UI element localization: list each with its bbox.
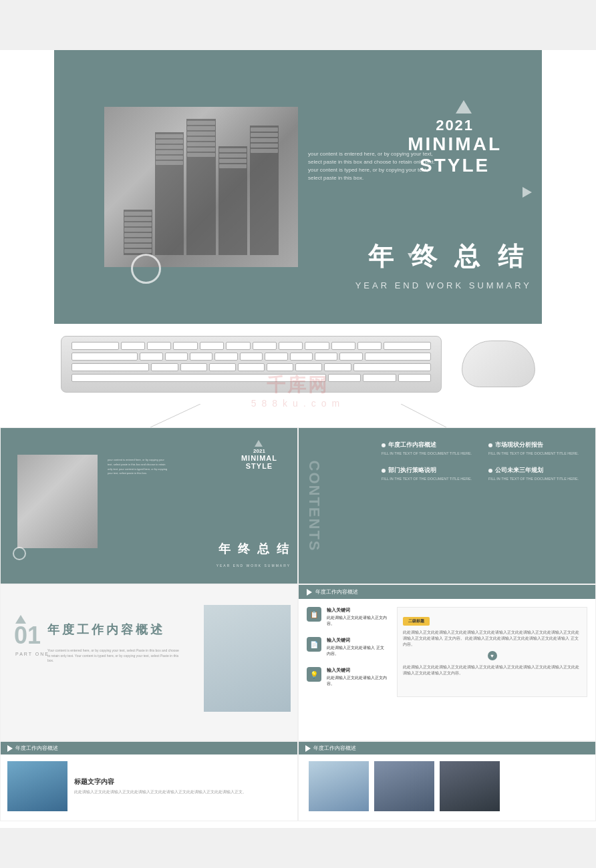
thumbnail-slide5: 年度工作内容概述 标题文字内容 此处调输入正文此处调输入正文此处调输入正文此处请…: [0, 741, 298, 821]
key: [305, 342, 329, 350]
contents-item-4: 公司未来三年规划 FILL IN THE TEXT OF THE DOCUMEN…: [488, 467, 589, 482]
key: [353, 363, 431, 371]
item-icon-1: 📋: [307, 607, 321, 622]
key: [339, 353, 362, 361]
item-text-1: 此处调输入正文此处请输入正文内容。: [327, 615, 387, 627]
bullet-2: [488, 443, 492, 447]
detail-right-text: 此处调输入正文此处调输入正文此处调输入正文此处请输入正文此处调输入正文此处调输入…: [403, 630, 581, 647]
bullet-3: [382, 469, 386, 473]
section-building: [204, 605, 291, 712]
key: [226, 342, 250, 350]
item-title-2: 输入关键词: [327, 637, 387, 644]
key: [363, 374, 396, 382]
contents-sub-4: FILL IN THE TEXT OF THE DOCUMENT TITLE H…: [488, 477, 589, 482]
item-title-3: 输入关键词: [327, 667, 387, 674]
contents-sub-2: FILL IN THE TEXT OF THE DOCUMENT TITLE H…: [488, 451, 589, 457]
section-part: PART ONE: [15, 652, 49, 656]
item-icon-2: 📄: [307, 637, 321, 652]
key: [398, 374, 431, 382]
thumb-circle: [13, 547, 26, 560]
slide5-title: 标题文字内容: [74, 777, 291, 787]
thumbnail-contents: CONTENTS 年度工作内容概述 FILL IN THE TEXT OF TH…: [298, 427, 596, 584]
key: [357, 342, 382, 350]
detail-badge: 二级标题: [403, 617, 430, 626]
thumb-description: your content is entered here, or by copy…: [108, 458, 168, 476]
detail-header: 年度工作内容概述: [299, 585, 595, 599]
key: [200, 342, 224, 350]
slide6-header-triangle: [305, 745, 311, 752]
section-title: 年度工作内容概述: [47, 622, 165, 638]
thumbnails-grid: your content is entered here, or by copy…: [0, 427, 596, 821]
key: [240, 353, 263, 361]
keyboard-section: [0, 324, 596, 404]
key: [315, 353, 337, 361]
connector-area: [0, 404, 596, 427]
detail-item-2: 📄 输入关键词 此处调输入正文此处请输入 正文内容。: [307, 637, 387, 657]
detail-right: 二级标题 此处调输入正文此处调输入正文此处调输入正文此处请输入正文此处调输入正文…: [397, 607, 587, 697]
slide6-image-1: [309, 761, 369, 811]
hero-building-image: [104, 107, 298, 267]
slide5-header-text: 年度工作内容概述: [15, 744, 58, 752]
detail-right-text2: 此处调输入正文此处调输入正文此处调输入正文此处请输入正文此处调输入正文此处调输入…: [403, 664, 581, 676]
key: [140, 353, 162, 361]
contents-title-3: 部门执行策略说明: [388, 467, 436, 475]
header-triangle: [307, 589, 312, 596]
contents-items: 年度工作内容概述 FILL IN THE TEXT OF THE DOCUMEN…: [382, 441, 589, 481]
spacebar: [71, 374, 326, 382]
slide5-text-area: 标题文字内容 此处调输入正文此处调输入正文此处调输入正文此处请输入正文此处调输入…: [74, 777, 291, 795]
slide5-content: 标题文字内容 此处调输入正文此处调输入正文此处调输入正文此处请输入正文此处调输入…: [1, 754, 297, 818]
key: [331, 342, 355, 350]
key: [295, 363, 322, 371]
contents-title-1: 年度工作内容概述: [388, 441, 436, 449]
connector-svg: [0, 404, 596, 427]
detail-content: 📋 输入关键词 此处调输入正文此处请输入正文内容。 📄 输入关键词 此处调输入正…: [299, 599, 595, 705]
decoration-circle: [131, 254, 161, 284]
slide5-header-triangle: [7, 745, 13, 752]
key: [279, 342, 303, 350]
contents-item-2: 市场现状分析报告 FILL IN THE TEXT OF THE DOCUMEN…: [488, 441, 589, 457]
key: [265, 353, 287, 361]
contents-title-2: 市场现状分析报告: [495, 441, 543, 449]
contents-item-1: 年度工作内容概述 FILL IN THE TEXT OF THE DOCUMEN…: [382, 441, 482, 457]
svg-line-0: [150, 404, 200, 427]
item-icon-3: 💡: [307, 667, 321, 682]
slide5-image: [7, 761, 67, 811]
key: [209, 363, 236, 371]
slide6-content: [299, 754, 595, 818]
detail-item-1: 📋 输入关键词 此处调输入正文此处请输入正文内容。: [307, 607, 387, 627]
thumb-dot-arrow: ▼: [243, 547, 247, 552]
keyboard-image: [61, 336, 442, 393]
key: [267, 363, 293, 371]
thumb-year-brand: 2021 MINIMAL STYLE: [241, 448, 277, 470]
key: [71, 353, 138, 361]
contents-sub-3: FILL IN THE TEXT OF THE DOCUMENT TITLE H…: [382, 477, 482, 482]
slide6-header: 年度工作内容概述: [299, 742, 595, 754]
contents-sub-1: FILL IN THE TEXT OF THE DOCUMENT TITLE H…: [382, 451, 482, 457]
key: [384, 342, 431, 350]
key: [190, 353, 212, 361]
section-number: 01: [14, 622, 41, 650]
thumbnail-hero: your content is entered here, or by copy…: [0, 427, 298, 584]
thumbnail-section01: 01 PART ONE 年度工作内容概述 Your content is ent…: [0, 584, 298, 741]
key: [214, 353, 237, 361]
key: [180, 363, 207, 371]
contents-item-3: 部门执行策略说明 FILL IN THE TEXT OF THE DOCUMEN…: [382, 467, 482, 482]
decoration-triangle-right: [523, 187, 532, 198]
detail-header-text: 年度工作内容概述: [315, 588, 358, 596]
detail-heart-icon: ♥: [488, 651, 497, 660]
key: [238, 363, 265, 371]
slide6-image-3: [440, 761, 500, 811]
key: [253, 342, 277, 350]
bullet-4: [488, 469, 492, 473]
hero-year-brand: 2021 MINIMAL STYLE: [408, 117, 502, 176]
item-title-1: 输入关键词: [327, 607, 387, 614]
detail-left: 📋 输入关键词 此处调输入正文此处请输入正文内容。 📄 输入关键词 此处调输入正…: [307, 607, 387, 697]
thumb-chinese-title: 年 终 总 结: [218, 541, 291, 557]
item-text-2: 此处调输入正文此处请输入 正文内容。: [327, 645, 387, 657]
mouse-image: [462, 341, 535, 387]
bullet-1: [382, 443, 386, 447]
key: [71, 342, 119, 350]
hero-chinese-title: 年 终 总 结: [368, 240, 529, 274]
slide5-desc: 此处调输入正文此处调输入正文此处调输入正文此处请输入正文此处调输入正文此处调输入…: [74, 789, 291, 795]
thumb-building: [17, 455, 98, 548]
